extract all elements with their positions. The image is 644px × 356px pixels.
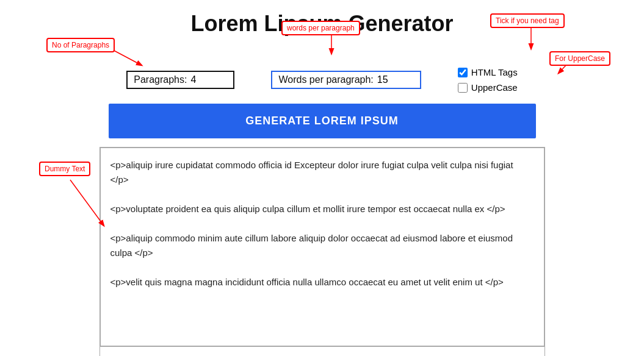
secondary-textarea[interactable] [99,347,545,356]
checkboxes-group: HTML Tags UpperCase [458,67,518,93]
uppercase-label: UpperCase [471,82,518,93]
html-tags-checkbox[interactable] [458,68,468,77]
html-tags-row: HTML Tags [458,67,518,77]
words-per-paragraph-annotation: words per paragraph [281,21,360,35]
paragraphs-label: Paragraphs: [134,74,187,85]
paragraphs-input[interactable] [190,74,227,85]
uppercase-row: UpperCase [458,82,518,93]
svg-line-0 [113,50,142,65]
tick-if-annotation: Tick if you need tag [490,13,565,28]
words-per-paragraph-input-group: Words per paragraph: [271,71,421,89]
output-textarea[interactable] [101,148,544,343]
paragraphs-input-group: Paragraphs: [126,71,234,89]
uppercase-checkbox[interactable] [458,83,468,93]
words-per-paragraph-input[interactable] [377,74,414,85]
dummy-text-annotation: Dummy Text [39,162,90,176]
html-tags-label: HTML Tags [471,67,518,77]
no-of-paragraphs-annotation: No of Paragraphs [46,38,115,52]
words-label: Words per paragraph: [278,74,373,85]
generate-button[interactable]: GENERATE LOREM IPSUM [109,104,536,138]
for-uppercase-annotation: For UpperCase [549,51,610,66]
output-area-wrapper [99,147,545,347]
